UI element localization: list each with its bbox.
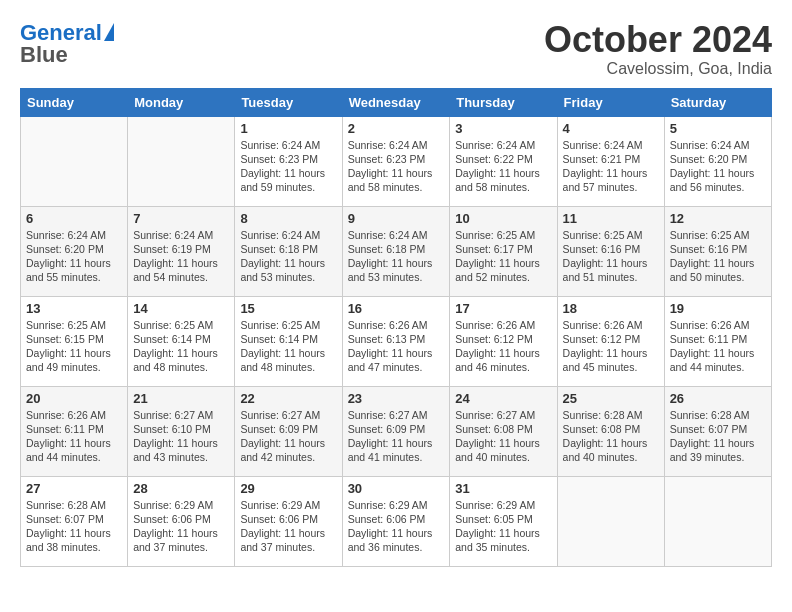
day-number: 26	[670, 391, 766, 406]
day-number: 22	[240, 391, 336, 406]
calendar-cell: 1Sunrise: 6:24 AMSunset: 6:23 PMDaylight…	[235, 116, 342, 206]
logo-blue: Blue	[20, 42, 68, 68]
day-info: Sunrise: 6:25 AMSunset: 6:15 PMDaylight:…	[26, 318, 122, 375]
calendar-cell: 3Sunrise: 6:24 AMSunset: 6:22 PMDaylight…	[450, 116, 557, 206]
day-info: Sunrise: 6:26 AMSunset: 6:12 PMDaylight:…	[455, 318, 551, 375]
calendar-cell: 30Sunrise: 6:29 AMSunset: 6:06 PMDayligh…	[342, 476, 450, 566]
calendar-cell: 12Sunrise: 6:25 AMSunset: 6:16 PMDayligh…	[664, 206, 771, 296]
calendar-cell: 18Sunrise: 6:26 AMSunset: 6:12 PMDayligh…	[557, 296, 664, 386]
day-info: Sunrise: 6:29 AMSunset: 6:06 PMDaylight:…	[240, 498, 336, 555]
day-number: 27	[26, 481, 122, 496]
calendar-cell	[557, 476, 664, 566]
day-number: 10	[455, 211, 551, 226]
day-info: Sunrise: 6:28 AMSunset: 6:07 PMDaylight:…	[670, 408, 766, 465]
calendar-table: SundayMondayTuesdayWednesdayThursdayFrid…	[20, 88, 772, 567]
day-number: 12	[670, 211, 766, 226]
calendar-cell: 11Sunrise: 6:25 AMSunset: 6:16 PMDayligh…	[557, 206, 664, 296]
weekday-header: Sunday	[21, 88, 128, 116]
day-info: Sunrise: 6:24 AMSunset: 6:20 PMDaylight:…	[670, 138, 766, 195]
calendar-cell	[21, 116, 128, 206]
day-info: Sunrise: 6:29 AMSunset: 6:06 PMDaylight:…	[133, 498, 229, 555]
day-info: Sunrise: 6:28 AMSunset: 6:07 PMDaylight:…	[26, 498, 122, 555]
day-info: Sunrise: 6:27 AMSunset: 6:09 PMDaylight:…	[240, 408, 336, 465]
day-number: 4	[563, 121, 659, 136]
day-number: 14	[133, 301, 229, 316]
calendar-cell: 20Sunrise: 6:26 AMSunset: 6:11 PMDayligh…	[21, 386, 128, 476]
calendar-cell: 25Sunrise: 6:28 AMSunset: 6:08 PMDayligh…	[557, 386, 664, 476]
day-number: 3	[455, 121, 551, 136]
day-number: 13	[26, 301, 122, 316]
day-number: 11	[563, 211, 659, 226]
calendar-cell: 31Sunrise: 6:29 AMSunset: 6:05 PMDayligh…	[450, 476, 557, 566]
month-title: October 2024	[544, 20, 772, 60]
day-number: 28	[133, 481, 229, 496]
calendar-cell: 22Sunrise: 6:27 AMSunset: 6:09 PMDayligh…	[235, 386, 342, 476]
day-number: 7	[133, 211, 229, 226]
calendar-cell: 9Sunrise: 6:24 AMSunset: 6:18 PMDaylight…	[342, 206, 450, 296]
day-number: 23	[348, 391, 445, 406]
weekday-header: Monday	[128, 88, 235, 116]
day-number: 16	[348, 301, 445, 316]
weekday-header: Friday	[557, 88, 664, 116]
weekday-header-row: SundayMondayTuesdayWednesdayThursdayFrid…	[21, 88, 772, 116]
day-info: Sunrise: 6:25 AMSunset: 6:14 PMDaylight:…	[240, 318, 336, 375]
day-info: Sunrise: 6:25 AMSunset: 6:16 PMDaylight:…	[563, 228, 659, 285]
calendar-cell: 19Sunrise: 6:26 AMSunset: 6:11 PMDayligh…	[664, 296, 771, 386]
calendar-cell: 5Sunrise: 6:24 AMSunset: 6:20 PMDaylight…	[664, 116, 771, 206]
day-info: Sunrise: 6:29 AMSunset: 6:05 PMDaylight:…	[455, 498, 551, 555]
day-info: Sunrise: 6:24 AMSunset: 6:23 PMDaylight:…	[240, 138, 336, 195]
day-number: 15	[240, 301, 336, 316]
calendar-week-row: 13Sunrise: 6:25 AMSunset: 6:15 PMDayligh…	[21, 296, 772, 386]
day-info: Sunrise: 6:24 AMSunset: 6:19 PMDaylight:…	[133, 228, 229, 285]
day-number: 30	[348, 481, 445, 496]
day-number: 18	[563, 301, 659, 316]
day-info: Sunrise: 6:24 AMSunset: 6:21 PMDaylight:…	[563, 138, 659, 195]
day-info: Sunrise: 6:26 AMSunset: 6:11 PMDaylight:…	[670, 318, 766, 375]
calendar-cell: 14Sunrise: 6:25 AMSunset: 6:14 PMDayligh…	[128, 296, 235, 386]
day-number: 21	[133, 391, 229, 406]
calendar-cell: 2Sunrise: 6:24 AMSunset: 6:23 PMDaylight…	[342, 116, 450, 206]
weekday-header: Saturday	[664, 88, 771, 116]
calendar-cell: 6Sunrise: 6:24 AMSunset: 6:20 PMDaylight…	[21, 206, 128, 296]
day-number: 24	[455, 391, 551, 406]
weekday-header: Wednesday	[342, 88, 450, 116]
calendar-cell: 27Sunrise: 6:28 AMSunset: 6:07 PMDayligh…	[21, 476, 128, 566]
logo: General Blue	[20, 20, 114, 68]
day-number: 1	[240, 121, 336, 136]
calendar-cell: 29Sunrise: 6:29 AMSunset: 6:06 PMDayligh…	[235, 476, 342, 566]
calendar-cell	[128, 116, 235, 206]
calendar-cell: 13Sunrise: 6:25 AMSunset: 6:15 PMDayligh…	[21, 296, 128, 386]
calendar-cell: 26Sunrise: 6:28 AMSunset: 6:07 PMDayligh…	[664, 386, 771, 476]
calendar-cell: 10Sunrise: 6:25 AMSunset: 6:17 PMDayligh…	[450, 206, 557, 296]
calendar-cell: 8Sunrise: 6:24 AMSunset: 6:18 PMDaylight…	[235, 206, 342, 296]
day-number: 17	[455, 301, 551, 316]
day-info: Sunrise: 6:25 AMSunset: 6:16 PMDaylight:…	[670, 228, 766, 285]
page-header: General Blue October 2024 Cavelossim, Go…	[20, 20, 772, 78]
day-info: Sunrise: 6:26 AMSunset: 6:12 PMDaylight:…	[563, 318, 659, 375]
calendar-cell: 24Sunrise: 6:27 AMSunset: 6:08 PMDayligh…	[450, 386, 557, 476]
calendar-cell: 4Sunrise: 6:24 AMSunset: 6:21 PMDaylight…	[557, 116, 664, 206]
day-info: Sunrise: 6:29 AMSunset: 6:06 PMDaylight:…	[348, 498, 445, 555]
title-section: October 2024 Cavelossim, Goa, India	[544, 20, 772, 78]
day-number: 29	[240, 481, 336, 496]
day-info: Sunrise: 6:28 AMSunset: 6:08 PMDaylight:…	[563, 408, 659, 465]
calendar-week-row: 27Sunrise: 6:28 AMSunset: 6:07 PMDayligh…	[21, 476, 772, 566]
day-info: Sunrise: 6:24 AMSunset: 6:18 PMDaylight:…	[240, 228, 336, 285]
calendar-cell: 7Sunrise: 6:24 AMSunset: 6:19 PMDaylight…	[128, 206, 235, 296]
calendar-week-row: 20Sunrise: 6:26 AMSunset: 6:11 PMDayligh…	[21, 386, 772, 476]
calendar-cell: 16Sunrise: 6:26 AMSunset: 6:13 PMDayligh…	[342, 296, 450, 386]
calendar-cell: 21Sunrise: 6:27 AMSunset: 6:10 PMDayligh…	[128, 386, 235, 476]
day-info: Sunrise: 6:24 AMSunset: 6:20 PMDaylight:…	[26, 228, 122, 285]
day-info: Sunrise: 6:25 AMSunset: 6:14 PMDaylight:…	[133, 318, 229, 375]
day-number: 19	[670, 301, 766, 316]
day-info: Sunrise: 6:24 AMSunset: 6:18 PMDaylight:…	[348, 228, 445, 285]
day-info: Sunrise: 6:26 AMSunset: 6:13 PMDaylight:…	[348, 318, 445, 375]
calendar-week-row: 1Sunrise: 6:24 AMSunset: 6:23 PMDaylight…	[21, 116, 772, 206]
day-info: Sunrise: 6:27 AMSunset: 6:10 PMDaylight:…	[133, 408, 229, 465]
day-info: Sunrise: 6:26 AMSunset: 6:11 PMDaylight:…	[26, 408, 122, 465]
day-number: 8	[240, 211, 336, 226]
day-info: Sunrise: 6:27 AMSunset: 6:09 PMDaylight:…	[348, 408, 445, 465]
day-number: 25	[563, 391, 659, 406]
weekday-header: Tuesday	[235, 88, 342, 116]
calendar-cell: 17Sunrise: 6:26 AMSunset: 6:12 PMDayligh…	[450, 296, 557, 386]
